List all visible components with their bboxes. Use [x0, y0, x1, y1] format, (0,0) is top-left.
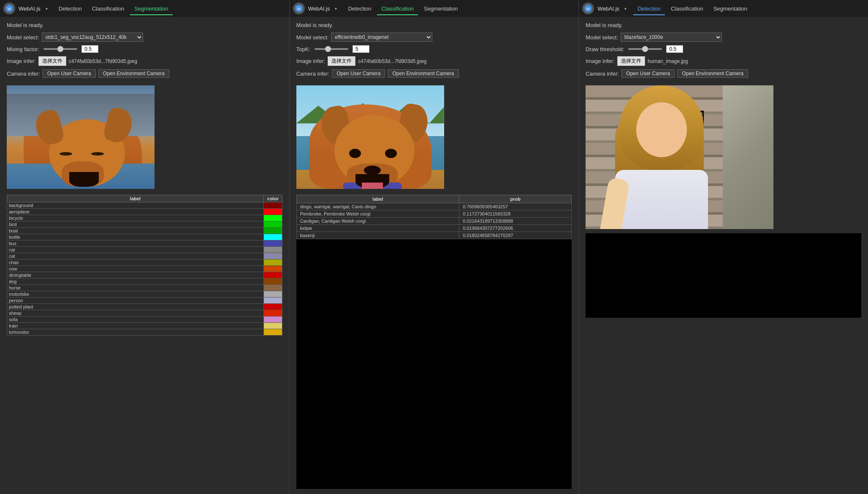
seg-row-color	[263, 259, 282, 266]
detect-threshold-slider[interactable]	[628, 48, 662, 50]
seg-row-label: bird	[7, 221, 264, 228]
seg-labels-table: label color backgroundaeroplanebicyclebi…	[7, 195, 282, 336]
seg-mixing-value: 0.5	[81, 45, 98, 53]
seg-mixing-row: Mixing factor: 0.5	[7, 45, 282, 53]
class-dog-image	[296, 85, 444, 189]
detect-navbar: W WebAI.js ▾ Detection Classification Se…	[579, 0, 868, 17]
class-table-row: basenji0.018024658784270287	[296, 232, 572, 239]
seg-row-color	[263, 202, 282, 209]
class-status: Model is ready.	[296, 22, 572, 28]
seg-row-color	[263, 291, 282, 297]
seg-row-color	[263, 215, 282, 221]
class-table-row: Pembroke, Pembroke Welsh corgi0.11727304…	[296, 210, 572, 218]
detect-nav-detection[interactable]: Detection	[633, 2, 665, 15]
class-brand: WebAI.js	[308, 5, 330, 12]
seg-camera-label: Camera infer:	[7, 71, 40, 77]
class-nav-detection[interactable]: Detection	[344, 2, 375, 15]
class-topk-row: TopK: 5	[296, 45, 572, 53]
seg-model-select[interactable]: stdc1_seg_voc12aug_512x512_40k	[42, 33, 143, 42]
class-topk-label: TopK:	[296, 46, 310, 52]
seg-row-color	[263, 304, 282, 310]
class-row-prob: 0.018024658784270287	[459, 232, 572, 239]
seg-table-label-header: label	[7, 195, 264, 202]
detect-status: Model is ready.	[586, 22, 861, 28]
seg-file-button[interactable]: 选择文件	[38, 56, 66, 66]
seg-image-area	[7, 85, 282, 189]
seg-row-label: background	[7, 202, 264, 209]
seg-nav-classification[interactable]: Classification	[88, 2, 129, 15]
class-navbar: W WebAI.js ▾ Detection Classification Se…	[290, 0, 579, 17]
seg-open-env-camera-button[interactable]: Open Environment Camera	[98, 69, 169, 78]
class-model-row: Model select: efficientnetb0_imagenet	[296, 33, 572, 42]
seg-nav-detection[interactable]: Detection	[54, 2, 86, 15]
segmentation-panel: W WebAI.js ▾ Detection Classification Se…	[0, 0, 290, 494]
class-model-select[interactable]: efficientnetb0_imagenet	[331, 33, 432, 42]
seg-mixing-label: Mixing factor:	[7, 46, 39, 52]
class-file-button[interactable]: 选择文件	[328, 56, 355, 66]
class-open-env-camera-button[interactable]: Open Environment Camera	[388, 69, 458, 78]
class-topk-value: 5	[353, 45, 369, 53]
seg-table-row: bicycle	[7, 215, 282, 221]
seg-table-row: train	[7, 323, 282, 329]
detect-nav-classification[interactable]: Classification	[667, 2, 708, 15]
seg-table-row: aeroplane	[7, 209, 282, 215]
detect-file-button[interactable]: 选择文件	[617, 56, 645, 66]
seg-row-color	[263, 234, 282, 240]
class-results-table: label prob dingo, warrigal, warrigal, Ca…	[296, 195, 572, 239]
seg-dog-image	[7, 85, 155, 189]
seg-table-row: bus	[7, 240, 282, 247]
seg-row-color	[263, 272, 282, 278]
detect-content: Model is ready. Model select: blazeface_…	[579, 17, 868, 494]
seg-row-color	[263, 221, 282, 228]
seg-row-label: chair	[7, 259, 264, 266]
seg-filename: c474fa60b53d...7fd903d5.jpeg	[69, 58, 137, 64]
seg-open-user-camera-button[interactable]: Open User Camera	[43, 69, 96, 78]
detect-model-row: Model select: blazeface_1000e	[586, 33, 861, 42]
seg-nav: Detection Classification Segmentation	[54, 2, 173, 15]
detect-model-select[interactable]: blazeface_1000e	[621, 33, 722, 42]
seg-row-color	[263, 278, 282, 285]
class-nav-classification[interactable]: Classification	[377, 2, 418, 15]
detect-logo: W	[582, 3, 594, 14]
seg-row-color	[263, 329, 282, 336]
class-table-row: kelpie0.019684307277202606	[296, 225, 572, 232]
detect-filename: human_image.jpg	[648, 58, 688, 64]
seg-table-row: sheep	[7, 310, 282, 317]
seg-mixing-slider[interactable]	[43, 48, 77, 50]
class-camera-row: Camera infer: Open User Camera Open Envi…	[296, 69, 572, 78]
seg-table-row: chair	[7, 259, 282, 266]
detect-chevron-icon: ▾	[624, 6, 627, 11]
seg-brand: WebAI.js	[19, 5, 41, 12]
class-infer-row: Image infer: 选择文件 c474fa60b53d...7fd903d…	[296, 56, 572, 66]
class-table-row: dingo, warrigal, warrigal, Canis dingo0.…	[296, 203, 572, 210]
class-row-prob: 0.019684307277202606	[459, 225, 572, 232]
seg-row-color	[263, 285, 282, 291]
detect-open-env-camera-button[interactable]: Open Environment Camera	[677, 69, 748, 78]
seg-table-row: horse	[7, 285, 282, 291]
seg-logo: W	[3, 3, 15, 14]
seg-table-color-header: color	[263, 195, 282, 202]
class-row-label: Pembroke, Pembroke Welsh corgi	[296, 210, 459, 218]
seg-row-color	[263, 317, 282, 323]
seg-table-row: car	[7, 247, 282, 253]
class-table-label-header: label	[296, 195, 459, 203]
class-topk-slider[interactable]	[315, 48, 348, 50]
class-chevron-icon: ▾	[335, 6, 337, 11]
detect-open-user-camera-button[interactable]: Open User Camera	[621, 69, 675, 78]
detect-nav: Detection Classification Segmentation	[633, 2, 751, 15]
seg-row-label: bicycle	[7, 215, 264, 221]
class-infer-label: Image infer:	[296, 58, 326, 64]
seg-row-label: dog	[7, 278, 264, 285]
seg-table-row: person	[7, 297, 282, 304]
detect-human-image: face	[586, 85, 773, 229]
seg-table-row: potted plant	[7, 304, 282, 310]
seg-table-row: bird	[7, 221, 282, 228]
class-open-user-camera-button[interactable]: Open User Camera	[332, 69, 385, 78]
seg-model-label: Model select:	[7, 34, 39, 41]
class-nav-segmentation[interactable]: Segmentation	[420, 2, 462, 15]
seg-nav-segmentation[interactable]: Segmentation	[130, 2, 172, 15]
class-table-row: Cardigan, Cardigan Welsh corgi0.02164318…	[296, 218, 572, 225]
seg-chevron-icon: ▾	[46, 6, 48, 11]
detect-model-label: Model select:	[586, 34, 618, 41]
detect-nav-segmentation[interactable]: Segmentation	[709, 2, 751, 15]
